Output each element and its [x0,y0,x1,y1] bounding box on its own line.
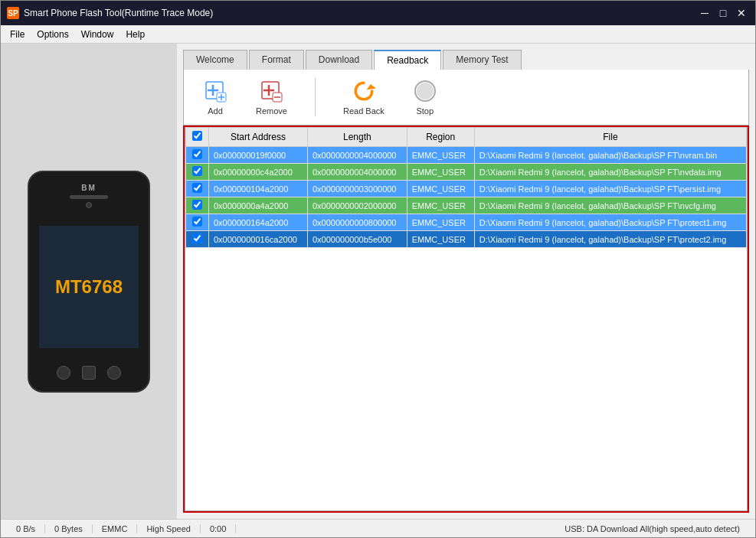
stop-button[interactable]: Stop [406,76,444,119]
col-header-length: Length [307,128,407,147]
main-content: BM MT6768 Welc [1,44,755,519]
left-panel: BM MT6768 [1,44,177,519]
remove-button[interactable]: Remove [250,76,293,119]
add-icon [203,79,227,103]
col-header-file: File [474,128,746,147]
phone-screen: MT6768 [39,226,139,348]
status-bar: 0 B/s 0 Bytes EMMC High Speed 0:00 USB: … [1,519,755,537]
cell-start-0: 0x000000019f0000 [209,147,308,164]
phone-speaker [70,195,108,199]
toolbar: Add Remove [183,70,749,126]
menu-bar: File Options Window Help [1,25,755,44]
phone-home-btn [82,366,96,380]
stop-label: Stop [416,106,434,116]
table-row[interactable]: 0x0000000a4a20000x0000000002000000EMMC_U… [186,197,747,214]
table-row[interactable]: 0x00000000c4a20000x0000000004000000EMMC_… [186,164,747,181]
phone-back-btn [57,366,70,380]
table-row[interactable]: 0x000000019f00000x0000000004000000EMMC_U… [186,147,747,164]
readback-button[interactable]: Read Back [337,76,391,119]
title-bar: SP Smart Phone Flash Tool(Runtime Trace … [1,1,755,25]
tab-memory-test[interactable]: Memory Test [443,50,521,70]
cell-length-5: 0x000000000b5e000 [307,231,407,248]
tab-welcome[interactable]: Welcome [183,50,247,70]
tab-readback[interactable]: Readback [374,50,441,70]
status-connection: High Speed [137,524,201,533]
row-checkbox-3[interactable] [192,200,202,210]
window-title: Smart Phone Flash Tool(Runtime Trace Mod… [24,8,697,18]
cell-start-1: 0x00000000c4a2000 [209,164,308,181]
tab-bar: Welcome Format Download Readback Memory … [183,50,749,70]
menu-file[interactable]: File [4,28,31,41]
status-type: EMMC [93,524,138,533]
cell-file-2: D:\Xiaomi Redmi 9 (lancelot, galahad)\Ba… [474,181,746,197]
cell-file-3: D:\Xiaomi Redmi 9 (lancelot, galahad)\Ba… [474,197,746,214]
readback-icon [352,79,376,103]
menu-window[interactable]: Window [75,28,120,41]
cell-region-2: EMMC_USER [407,181,474,197]
cell-region-4: EMMC_USER [407,214,474,231]
stop-icon [413,79,437,103]
right-panel: Welcome Format Download Readback Memory … [177,44,755,519]
phone-recent-btn [107,366,121,380]
phone-image: BM MT6768 [28,171,150,393]
cell-length-2: 0x0000000003000000 [307,181,407,197]
phone-bottom [57,366,121,380]
window-controls: ─ □ ✕ [697,5,749,21]
table-outline: Start Address Length Region File 0x00000… [183,126,749,513]
phone-top: BM [70,184,108,208]
table-row[interactable]: 0x000000164a20000x0000000000800000EMMC_U… [186,214,747,231]
cell-region-5: EMMC_USER [407,231,474,248]
cell-file-5: D:\Xiaomi Redmi 9 (lancelot, galahad)\Ba… [474,231,746,248]
menu-options[interactable]: Options [31,28,74,41]
cell-file-1: D:\Xiaomi Redmi 9 (lancelot, galahad)\Ba… [474,164,746,181]
readback-table: Start Address Length Region File 0x00000… [185,127,747,248]
col-header-check [186,128,209,147]
cell-start-2: 0x000000104a2000 [209,181,308,197]
menu-help[interactable]: Help [119,28,151,41]
cell-start-5: 0x0000000016ca2000 [209,231,308,248]
status-time: 0:00 [201,524,236,533]
table-row[interactable]: 0x000000104a20000x0000000003000000EMMC_U… [186,181,747,197]
tab-download[interactable]: Download [306,50,372,70]
cell-start-4: 0x000000164a2000 [209,214,308,231]
phone-brand-label: BM [81,184,97,192]
row-checkbox-5[interactable] [192,233,202,243]
add-button[interactable]: Add [196,76,234,119]
app-icon: SP [7,7,19,19]
cell-region-1: EMMC_USER [407,164,474,181]
main-window: SP Smart Phone Flash Tool(Runtime Trace … [0,0,756,538]
tab-format[interactable]: Format [249,50,304,70]
phone-model-text: MT6768 [55,276,123,298]
cell-length-1: 0x0000000004000000 [307,164,407,181]
col-header-region: Region [407,128,474,147]
minimize-button[interactable]: ─ [697,5,712,21]
svg-point-13 [417,83,434,99]
cell-start-3: 0x0000000a4a2000 [209,197,308,214]
close-button[interactable]: ✕ [734,5,749,21]
readback-label: Read Back [343,106,385,116]
table-row[interactable]: 0x0000000016ca20000x000000000b5e000EMMC_… [186,231,747,248]
cell-file-0: D:\Xiaomi Redmi 9 (lancelot, galahad)\Ba… [474,147,746,164]
status-usb: USB: DA Download All(high speed,auto det… [236,524,749,533]
row-checkbox-4[interactable] [192,217,202,227]
row-checkbox-0[interactable] [192,149,202,159]
remove-label: Remove [256,106,287,116]
phone-camera [86,202,92,208]
cell-file-4: D:\Xiaomi Redmi 9 (lancelot, galahad)\Ba… [474,214,746,231]
row-checkbox-2[interactable] [192,183,202,193]
cell-region-3: EMMC_USER [407,197,474,214]
cell-length-3: 0x0000000002000000 [307,197,407,214]
header-checkbox[interactable] [192,131,202,141]
cell-length-4: 0x0000000000800000 [307,214,407,231]
svg-marker-11 [366,84,375,90]
col-header-start: Start Address [209,128,308,147]
table-container: Start Address Length Region File 0x00000… [185,127,748,511]
status-bytes: 0 Bytes [45,524,93,533]
cell-length-0: 0x0000000004000000 [307,147,407,164]
remove-icon [259,79,283,103]
status-speed: 0 B/s [7,524,45,533]
row-checkbox-1[interactable] [192,166,202,176]
phone-display: BM MT6768 [28,171,150,393]
toolbar-separator [315,78,316,116]
maximize-button[interactable]: □ [715,5,731,21]
